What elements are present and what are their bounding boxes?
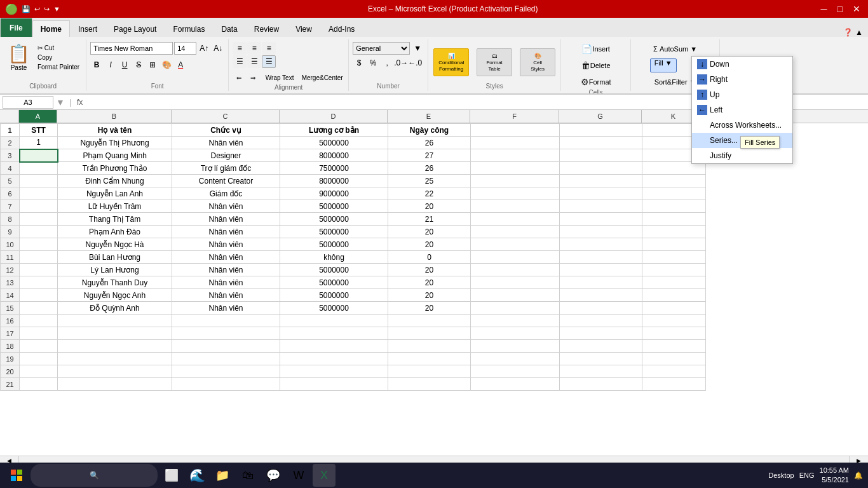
- cell-c8[interactable]: Nhân viên: [172, 213, 280, 226]
- number-format-expand-btn[interactable]: ▼: [411, 42, 424, 55]
- wrap-text-btn[interactable]: Wrap Text: [261, 71, 299, 84]
- cell-k16[interactable]: [642, 315, 706, 327]
- cell-d5[interactable]: 8000000: [280, 175, 388, 187]
- cell-a16[interactable]: [20, 315, 58, 327]
- cell-g8[interactable]: [560, 213, 642, 226]
- cell-f10[interactable]: [471, 238, 560, 251]
- col-header-b[interactable]: B: [57, 110, 172, 123]
- minimize-btn[interactable]: ─: [818, 4, 830, 14]
- fill-across-worksheets-item[interactable]: Across Worksheets...: [692, 118, 792, 133]
- cell-c12[interactable]: Nhân viên: [172, 264, 280, 276]
- cell-d10[interactable]: 5000000: [280, 238, 388, 251]
- cell-k8[interactable]: [642, 213, 706, 226]
- cell-c11[interactable]: Nhân viên: [172, 251, 280, 264]
- redo-btn[interactable]: ↪: [44, 5, 50, 13]
- store-btn[interactable]: 🛍: [236, 464, 259, 487]
- cell-f1[interactable]: [471, 124, 560, 137]
- cell-e11[interactable]: 0: [388, 251, 471, 264]
- cell-b9[interactable]: Phạm Anh Đào: [58, 226, 172, 238]
- percent-btn[interactable]: %: [367, 57, 379, 69]
- cell-e6[interactable]: 22: [388, 187, 471, 200]
- cell-c9[interactable]: Nhân viên: [172, 226, 280, 238]
- cell-b6[interactable]: Nguyễn Lan Anh: [58, 187, 172, 200]
- cell-g1[interactable]: [560, 124, 642, 137]
- customize-btn[interactable]: ▼: [53, 5, 60, 13]
- cell-c15[interactable]: Nhân viên: [172, 302, 280, 315]
- cell-e16[interactable]: [388, 315, 471, 327]
- cell-f12[interactable]: [471, 264, 560, 276]
- cell-e9[interactable]: 20: [388, 226, 471, 238]
- cell-c2[interactable]: Nhân viên: [172, 137, 280, 149]
- cell-a4[interactable]: [20, 162, 58, 175]
- cell-f3[interactable]: [471, 149, 560, 162]
- tab-home[interactable]: Home: [32, 20, 70, 37]
- cell-b5[interactable]: Đinh Cẩm Nhung: [58, 175, 172, 187]
- fill-right-item[interactable]: → Right: [692, 72, 792, 87]
- cell-b3[interactable]: Phạm Quang Minh: [58, 149, 172, 162]
- cell-k15[interactable]: [642, 302, 706, 315]
- cell-c13[interactable]: Nhân viên: [172, 276, 280, 289]
- quick-save[interactable]: 💾: [22, 5, 31, 13]
- cell-f13[interactable]: [471, 276, 560, 289]
- cell-k13[interactable]: [642, 276, 706, 289]
- cell-b4[interactable]: Trần Phương Thảo: [58, 162, 172, 175]
- cell-a13[interactable]: [20, 276, 58, 289]
- minimize-ribbon-btn[interactable]: ▲: [855, 28, 863, 37]
- task-view-btn[interactable]: ⬜: [160, 464, 183, 487]
- format-as-table-btn[interactable]: 🗂FormatTable: [475, 48, 513, 76]
- cell-k10[interactable]: [642, 238, 706, 251]
- cell-g15[interactable]: [560, 302, 642, 315]
- cell-a8[interactable]: [20, 213, 58, 226]
- cell-e10[interactable]: 20: [388, 238, 471, 251]
- cell-d1[interactable]: Lương cơ bản: [280, 124, 388, 137]
- cell-k11[interactable]: [642, 251, 706, 264]
- cell-k9[interactable]: [642, 226, 706, 238]
- fill-up-item[interactable]: ↑ Up: [692, 87, 792, 102]
- cell-d16[interactable]: [280, 315, 388, 327]
- decrease-indent-btn[interactable]: ⇐: [233, 71, 245, 84]
- cell-e7[interactable]: 20: [388, 200, 471, 213]
- increase-font-btn[interactable]: A↑: [198, 42, 210, 55]
- cell-k6[interactable]: [642, 187, 706, 200]
- cell-a10[interactable]: [20, 238, 58, 251]
- cell-a14[interactable]: [20, 289, 58, 302]
- cell-e8[interactable]: 21: [388, 213, 471, 226]
- cell-g10[interactable]: [560, 238, 642, 251]
- cell-b12[interactable]: Lý Lan Hương: [58, 264, 172, 276]
- cell-f7[interactable]: [471, 200, 560, 213]
- cell-d9[interactable]: 5000000: [280, 226, 388, 238]
- cell-d12[interactable]: 5000000: [280, 264, 388, 276]
- col-header-a[interactable]: A: [19, 110, 57, 123]
- cell-g2[interactable]: [560, 137, 642, 149]
- format-cell-btn[interactable]: ⚙ Format: [577, 75, 615, 89]
- tab-view[interactable]: View: [287, 20, 320, 37]
- col-header-e[interactable]: E: [388, 110, 470, 123]
- cell-f16[interactable]: [471, 315, 560, 327]
- align-top-left-btn[interactable]: ≡: [233, 42, 247, 55]
- cell-b2[interactable]: Nguyễn Thị Phương: [58, 137, 172, 149]
- font-size-input[interactable]: [174, 42, 196, 55]
- cell-d7[interactable]: 5000000: [280, 200, 388, 213]
- format-painter-button[interactable]: Format Painter: [35, 63, 82, 71]
- cell-a6[interactable]: [20, 187, 58, 200]
- increase-indent-btn[interactable]: ⇒: [247, 71, 259, 84]
- cell-d11[interactable]: không: [280, 251, 388, 264]
- cell-b1[interactable]: Họ và tên: [58, 124, 172, 137]
- cell-g11[interactable]: [560, 251, 642, 264]
- fill-down-item[interactable]: ↓ Down: [692, 57, 792, 72]
- cell-f6[interactable]: [471, 187, 560, 200]
- notification-btn[interactable]: 🔔: [854, 471, 863, 480]
- cell-a12[interactable]: [20, 264, 58, 276]
- cell-c10[interactable]: Nhân viên: [172, 238, 280, 251]
- cell-e12[interactable]: 20: [388, 264, 471, 276]
- align-left-btn[interactable]: ☰: [233, 55, 247, 68]
- tab-formulas[interactable]: Formulas: [165, 20, 213, 37]
- tab-data[interactable]: Data: [213, 20, 245, 37]
- font-name-input[interactable]: [90, 42, 173, 55]
- col-header-d[interactable]: D: [280, 110, 388, 123]
- tab-file[interactable]: File: [0, 18, 32, 37]
- cell-c4[interactable]: Trợ lí giám đốc: [172, 162, 280, 175]
- cell-c5[interactable]: Content Creator: [172, 175, 280, 187]
- cell-k14[interactable]: [642, 289, 706, 302]
- cell-a1[interactable]: STT: [20, 124, 58, 137]
